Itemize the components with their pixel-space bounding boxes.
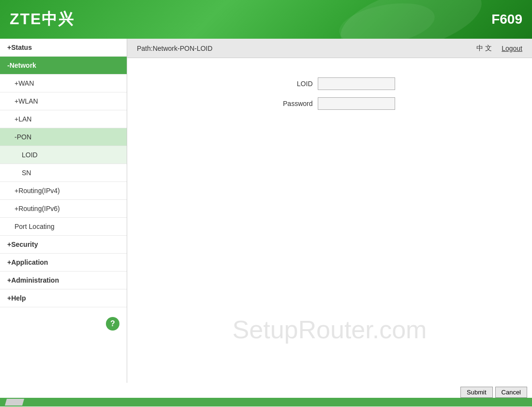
sidebar-item-network[interactable]: -Network [0, 57, 127, 75]
main-container: +Status -Network +WAN +WLAN +LAN -PON LO… [0, 39, 532, 383]
sidebar-item-security[interactable]: +Security [0, 236, 127, 254]
logo: ZTE中兴 [10, 9, 74, 30]
breadcrumb-actions: 中 文 Logout [476, 44, 522, 53]
sidebar-item-wlan[interactable]: +WLAN [0, 92, 127, 110]
sidebar-item-status[interactable]: +Status [0, 39, 127, 57]
language-toggle[interactable]: 中 文 [476, 44, 492, 53]
sidebar-item-application[interactable]: +Application [0, 254, 127, 271]
sidebar-item-pon[interactable]: -PON [0, 128, 127, 146]
loid-label: LOID [265, 80, 313, 88]
help-button[interactable]: ? [106, 317, 119, 331]
submit-button[interactable]: Submit [460, 387, 492, 398]
sidebar-item-lan[interactable]: +LAN [0, 110, 127, 128]
logout-link[interactable]: Logout [502, 45, 522, 52]
sidebar-item-port-locating[interactable]: Port Locating [0, 218, 127, 236]
sidebar-item-wan[interactable]: +WAN [0, 75, 127, 92]
cancel-button[interactable]: Cancel [495, 387, 527, 398]
loid-input[interactable] [318, 77, 395, 90]
header: ZTE中兴 F609 [0, 0, 532, 39]
password-row: Password [137, 97, 522, 110]
full-footer: Submit Cancel ©2008-2015 ZTE Corporation… [0, 383, 532, 407]
sidebar-item-routing-ipv4[interactable]: +Routing(IPv4) [0, 182, 127, 200]
sidebar-item-routing-ipv6[interactable]: +Routing(IPv6) [0, 200, 127, 218]
password-label: Password [265, 100, 313, 107]
sidebar-item-sn[interactable]: SN [0, 164, 127, 182]
breadcrumb: Path:Network-PON-LOID [137, 45, 212, 52]
sidebar: +Status -Network +WAN +WLAN +LAN -PON LO… [0, 39, 127, 383]
sidebar-item-loid[interactable]: LOID [0, 146, 127, 164]
footer-actions: Submit Cancel [0, 383, 532, 398]
watermark: SetupRouter.com [233, 315, 427, 344]
breadcrumb-bar: Path:Network-PON-LOID 中 文 Logout [127, 39, 532, 58]
content-area: Path:Network-PON-LOID 中 文 Logout SetupRo… [127, 39, 532, 383]
footer-bottom-bar [0, 398, 532, 407]
help-icon-container: ? [0, 307, 127, 340]
loid-row: LOID [137, 77, 522, 90]
password-input[interactable] [318, 97, 395, 110]
sidebar-item-administration[interactable]: +Administration [0, 271, 127, 289]
form-area: SetupRouter.com LOID Password [127, 58, 532, 383]
logo-text: ZTE中兴 [10, 9, 74, 30]
sidebar-item-help[interactable]: +Help [0, 289, 127, 307]
model-number: F609 [491, 12, 522, 27]
